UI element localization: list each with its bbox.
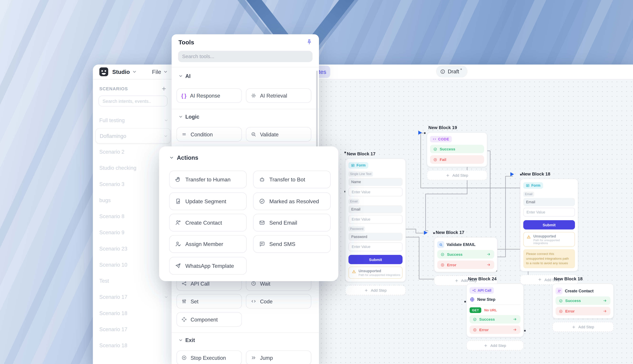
tool-transfer-to-human[interactable]: Transfer to Human (169, 170, 247, 188)
sidebar-item-doflamingo[interactable]: Doflamingo (95, 128, 171, 144)
scenario-search-input[interactable] (103, 98, 164, 104)
tool-create-contact[interactable]: Create Contact (169, 214, 247, 232)
success-port[interactable]: Success (470, 315, 520, 324)
new-step[interactable]: New Step (470, 297, 520, 302)
braces-icon: { } (181, 92, 186, 98)
paper-plane-icon (175, 262, 181, 269)
error-port[interactable]: Error (555, 307, 610, 316)
file-menu[interactable]: File (152, 68, 168, 75)
hand-icon (175, 176, 181, 183)
field-label[interactable]: Email (523, 198, 575, 206)
error-port[interactable]: Error (470, 326, 520, 334)
add-step-button[interactable]: Add Step (427, 170, 487, 180)
add-step-button[interactable]: Add Step (552, 322, 614, 332)
unsupported-path[interactable]: UnsupportedPath for unsupported integrat… (349, 266, 403, 279)
form-step-badge[interactable]: Form (523, 182, 543, 189)
user-check-icon (175, 241, 181, 247)
actions-panel: Actions Transfer to Human Transfer to Bo… (159, 146, 338, 281)
field-label[interactable]: Name (349, 178, 403, 186)
node-new-block-19-code[interactable]: New Block 19 CODE Success Fail Add Step (427, 125, 487, 180)
submit-button[interactable]: Submit (349, 255, 403, 264)
node-title: New Block 17 (436, 230, 497, 235)
warning-icon (526, 235, 531, 239)
error-icon (559, 309, 563, 313)
node-new-block-24-api[interactable]: New Block 24 API Call New Step GET No UR… (466, 276, 524, 350)
validate-icon (251, 132, 256, 137)
plus-icon (364, 288, 369, 292)
field-value-placeholder[interactable]: Enter Value (349, 188, 403, 196)
tool-send-email[interactable]: Send Email (253, 214, 331, 232)
tools-scrollbar[interactable] (316, 71, 318, 155)
section-actions[interactable]: Actions (169, 154, 198, 161)
submit-button[interactable]: Submit (523, 220, 575, 230)
chevron-down-icon (164, 294, 168, 299)
field-label[interactable]: Email (349, 205, 403, 214)
chat-bubble-icon (259, 241, 265, 247)
desktop: Studio File tes Draft * SCENARIOS (0, 0, 633, 364)
node-new-block-18-contact[interactable]: New Block 18 Create Contact Success Erro… (552, 276, 614, 332)
field-type-chip: Email (523, 192, 534, 197)
info-icon (440, 69, 445, 74)
sidebar-item-scenario-17[interactable]: Scenario 17 (93, 289, 173, 305)
tool-validate[interactable]: Validate (246, 127, 311, 142)
node-new-block-17-form[interactable]: New Block 17 Form Single Line Text Name … (345, 151, 406, 295)
pin-icon[interactable] (306, 39, 312, 45)
code-step-badge[interactable]: CODE (430, 136, 452, 142)
node-title: New Block 18 (554, 276, 614, 281)
sidebar-item-scenario-17b[interactable]: Scenario 17 (93, 321, 173, 337)
fail-port[interactable]: Fail (430, 155, 484, 164)
add-scenario-button[interactable] (161, 86, 167, 92)
field-value-placeholder[interactable]: Enter Value (349, 215, 403, 224)
tools-search-input[interactable] (182, 54, 308, 59)
studio-menu[interactable]: Studio (112, 68, 137, 75)
validate-email-step[interactable]: Validate EMAIL (437, 241, 494, 248)
tool-condition[interactable]: Condition (177, 127, 242, 142)
draft-status-badge[interactable]: Draft * (436, 66, 468, 78)
create-contact-step[interactable]: Create Contact (555, 288, 610, 294)
field-label[interactable]: Password (349, 233, 403, 241)
tool-assign-member[interactable]: Assign Member (169, 235, 247, 253)
tool-transfer-to-bot[interactable]: Transfer to Bot (253, 170, 331, 188)
sidebar-item-full-testing[interactable]: Full testing (93, 112, 173, 128)
tool-marked-as-resolved[interactable]: Marked as Resolved (253, 192, 331, 210)
add-step-button[interactable]: Add Step (345, 285, 406, 295)
app-title: Studio (112, 68, 130, 75)
section-ai[interactable]: AI (178, 73, 190, 79)
chevron-down-icon (132, 70, 137, 74)
field-type-chip: Single Line Text (349, 172, 373, 177)
tool-ai-response[interactable]: { }AI Response (177, 88, 242, 103)
add-step-button[interactable]: Add Step (466, 340, 524, 350)
globe-icon (470, 297, 475, 302)
error-port[interactable]: Error (437, 260, 494, 269)
chevron-down-icon (178, 114, 183, 119)
document-pencil-icon (175, 198, 181, 204)
tool-send-sms[interactable]: Send SMS (253, 235, 331, 253)
tool-update-segment[interactable]: Update Segment (169, 192, 247, 210)
success-port[interactable]: Success (430, 145, 484, 153)
tool-jump[interactable]: Jump (246, 350, 311, 364)
tool-set[interactable]: Set (177, 294, 242, 308)
request-row[interactable]: GET No URL (470, 307, 520, 313)
success-port[interactable]: Success (555, 296, 610, 305)
tool-whatsapp-template[interactable]: WhatsApp Template (169, 257, 247, 275)
form-step-badge[interactable]: Form (349, 162, 368, 168)
tool-ai-retrieval[interactable]: AI Retrieval (246, 88, 311, 103)
tool-code[interactable]: Code (246, 294, 311, 308)
field-value-placeholder[interactable]: Enter Value (349, 242, 403, 251)
unsaved-asterisk: * (460, 68, 462, 72)
sidebar-item-scenario-18b[interactable]: Scenario 18 (93, 337, 173, 353)
user-plus-icon (175, 219, 181, 226)
node-title: New Block 19 (428, 125, 487, 130)
unsupported-path[interactable]: UnsupportedPath for unsupported integrat… (523, 232, 575, 247)
tool-stop-execution[interactable]: Stop Execution (177, 350, 242, 364)
field-value-placeholder[interactable]: Enter Value (523, 208, 575, 216)
section-exit[interactable]: Exit (178, 337, 195, 343)
node-new-block-18-form[interactable]: New Block 18 Form Email Email Enter Valu… (520, 172, 578, 285)
section-logic[interactable]: Logic (178, 114, 199, 120)
success-icon (433, 147, 437, 151)
api-call-badge[interactable]: API Call (470, 287, 494, 294)
sidebar-item-scenario-18[interactable]: Scenario 18 (93, 305, 173, 321)
success-port[interactable]: Success (437, 250, 494, 258)
tool-component[interactable]: Component (177, 312, 242, 327)
app-logo-robot-icon[interactable] (99, 68, 108, 76)
